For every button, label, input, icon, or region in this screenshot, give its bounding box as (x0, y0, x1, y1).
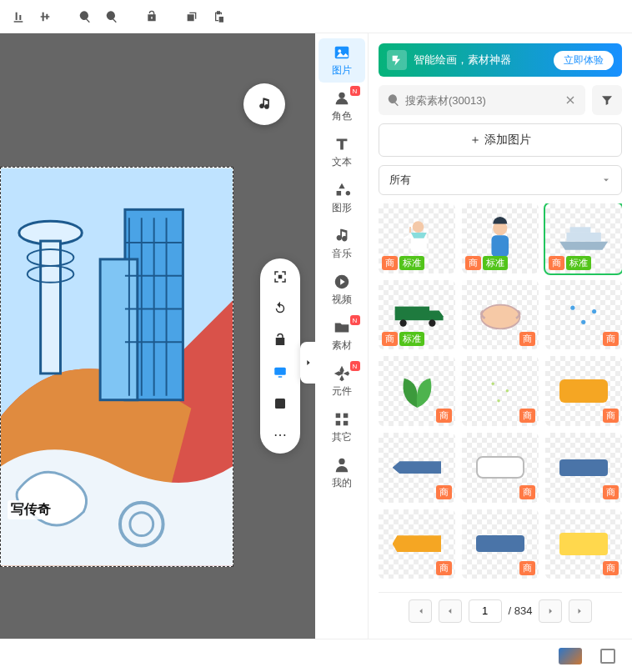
category-video[interactable]: 视频 (319, 268, 365, 312)
asset-preview (469, 523, 531, 564)
asset-preview (553, 293, 614, 335)
search-box[interactable] (379, 85, 585, 115)
person-icon (333, 456, 351, 474)
dropdown-value: 所有 (389, 173, 411, 188)
music-icon (333, 227, 351, 245)
promo-button[interactable]: 立即体验 (554, 51, 614, 70)
ai-icon (387, 50, 407, 70)
first-page-button[interactable] (409, 599, 432, 623)
asset-tag: 标准 (399, 332, 424, 346)
zoom-out-button[interactable] (100, 5, 123, 28)
category-user[interactable]: 角色N (319, 84, 365, 128)
category-person[interactable]: 我的 (319, 451, 365, 495)
asset-card[interactable]: 商 (379, 433, 455, 503)
layer-icon[interactable] (270, 394, 290, 414)
category-image[interactable]: 图片 (319, 38, 365, 83)
asset-card[interactable]: 商 (545, 356, 622, 426)
asset-preview (386, 523, 448, 564)
next-page-button[interactable] (539, 599, 562, 623)
promo-banner[interactable]: 智能绘画，素材神器 立即体验 (379, 43, 622, 77)
paste-button[interactable] (207, 5, 230, 28)
asset-card[interactable]: 商 (379, 356, 455, 426)
prev-page-button[interactable] (439, 599, 462, 623)
asset-card[interactable]: 商 (545, 280, 622, 350)
video-icon (333, 273, 351, 291)
asset-tag: 标准 (399, 256, 424, 270)
focus-icon[interactable] (270, 267, 290, 287)
music-button[interactable] (243, 83, 285, 125)
asset-tags: 商标准 (549, 256, 591, 270)
category-music[interactable]: 音乐 (319, 222, 365, 266)
svg-rect-34 (569, 228, 590, 233)
bottom-bar (0, 639, 632, 672)
asset-card[interactable]: 商 (462, 280, 539, 350)
asset-preview (553, 447, 614, 489)
asset-card[interactable]: 商 (462, 356, 539, 426)
page-input[interactable] (469, 599, 502, 623)
asset-card[interactable]: 商 (379, 509, 455, 579)
zoom-in-button[interactable] (73, 5, 97, 28)
image-icon (333, 43, 351, 62)
asset-preview (469, 218, 531, 259)
asset-preview (469, 447, 531, 489)
asset-tag: 商 (603, 485, 619, 499)
align-middle-button[interactable] (33, 5, 57, 28)
category-dropdown[interactable]: 所有 (379, 165, 622, 195)
asset-card[interactable]: 商 (462, 509, 539, 579)
rotate-icon[interactable] (270, 298, 290, 318)
svg-point-22 (339, 93, 344, 98)
asset-tag: 商 (519, 561, 535, 575)
asset-panel: 智能绘画，素材神器 立即体验 ＋ 添加图片 所有 商标准商标准商标准商标准商商商… (369, 33, 632, 639)
category-grid[interactable]: 其它 (319, 405, 365, 449)
canvas-selected-object[interactable]: 写传奇 (0, 167, 233, 567)
asset-card[interactable]: 商标准 (379, 203, 455, 273)
asset-card[interactable]: 商标准 (545, 203, 622, 273)
last-page-button[interactable] (569, 599, 592, 623)
add-image-button[interactable]: ＋ 添加图片 (379, 123, 622, 157)
illustration: 写传奇 (1, 168, 233, 566)
category-text[interactable]: 文本 (319, 130, 365, 174)
asset-preview (386, 447, 448, 489)
canvas-area[interactable]: 写传奇 ⋯ (0, 33, 315, 639)
chevron-down-icon (601, 175, 611, 185)
category-folder[interactable]: 素材N (319, 313, 365, 358)
asset-card[interactable]: 商 (545, 433, 622, 503)
more-icon[interactable]: ⋯ (270, 425, 290, 445)
page-thumbnail[interactable] (559, 648, 582, 664)
filter-button[interactable] (592, 85, 622, 115)
svg-rect-18 (278, 376, 283, 378)
category-label: 图形 (332, 201, 352, 215)
clear-icon[interactable] (564, 93, 577, 107)
category-component[interactable]: 元件N (319, 359, 365, 404)
asset-tag: 商 (436, 561, 452, 575)
svg-point-44 (498, 399, 500, 402)
asset-preview (469, 293, 531, 335)
asset-preview (386, 218, 448, 259)
asset-tag: 标准 (483, 256, 508, 270)
top-toolbar (0, 0, 632, 33)
vertical-toolbar: ⋯ (260, 258, 300, 454)
search-row (379, 85, 622, 115)
fit-screen-button[interactable] (600, 649, 615, 664)
category-shapes[interactable]: 图形 (319, 176, 365, 220)
new-badge: N (350, 315, 360, 325)
asset-tag: 商 (603, 561, 619, 575)
pagination: / 834 (379, 592, 622, 629)
svg-rect-24 (335, 414, 340, 419)
screen-icon[interactable] (270, 362, 290, 382)
asset-tag: 商 (465, 256, 481, 270)
add-image-label: 添加图片 (484, 133, 531, 148)
asset-tags: 商标准 (382, 332, 424, 346)
asset-card[interactable]: 商 (462, 433, 539, 503)
asset-card[interactable]: 商 (545, 509, 622, 579)
category-column: 图片角色N文本图形音乐视频素材N元件N其它我的 (315, 33, 369, 639)
copy-button[interactable] (180, 5, 203, 28)
unlock-button[interactable] (140, 5, 163, 28)
search-input[interactable] (405, 94, 559, 107)
search-icon (387, 93, 400, 107)
asset-card[interactable]: 商标准 (462, 203, 539, 273)
align-bottom-button[interactable] (7, 5, 30, 28)
expand-panel-button[interactable] (300, 342, 315, 384)
asset-card[interactable]: 商标准 (379, 280, 455, 350)
lock-icon[interactable] (270, 330, 290, 350)
